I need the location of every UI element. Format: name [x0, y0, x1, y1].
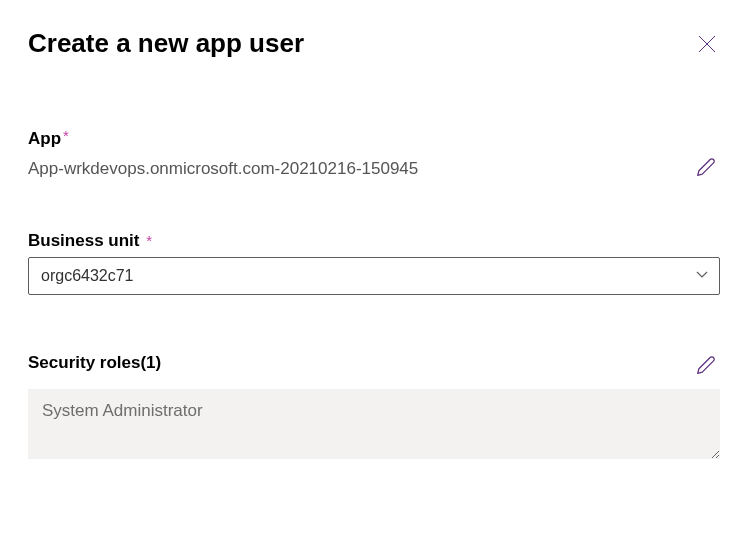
app-value: App-wrkdevops.onmicrosoft.com-20210216-1…: [28, 155, 418, 179]
edit-roles-button[interactable]: [692, 351, 720, 379]
pencil-icon: [696, 157, 716, 177]
business-unit-value: orgc6432c71: [41, 267, 134, 285]
close-button[interactable]: [694, 31, 720, 57]
chevron-down-icon: [695, 267, 709, 285]
business-unit-field: Business unit * orgc6432c71: [28, 231, 720, 295]
business-unit-label: Business unit *: [28, 231, 720, 251]
app-field: App* App-wrkdevops.onmicrosoft.com-20210…: [28, 129, 720, 181]
app-label: App*: [28, 129, 720, 149]
security-roles-textarea[interactable]: [28, 389, 720, 459]
security-roles-field: Security roles(1): [28, 351, 720, 463]
security-roles-label: Security roles(1): [28, 353, 161, 373]
business-unit-select[interactable]: orgc6432c71: [28, 257, 720, 295]
page-title: Create a new app user: [28, 28, 304, 59]
pencil-icon: [696, 355, 716, 375]
required-marker: *: [63, 127, 69, 144]
required-marker: *: [146, 232, 152, 249]
edit-app-button[interactable]: [692, 153, 720, 181]
close-icon: [698, 35, 716, 53]
